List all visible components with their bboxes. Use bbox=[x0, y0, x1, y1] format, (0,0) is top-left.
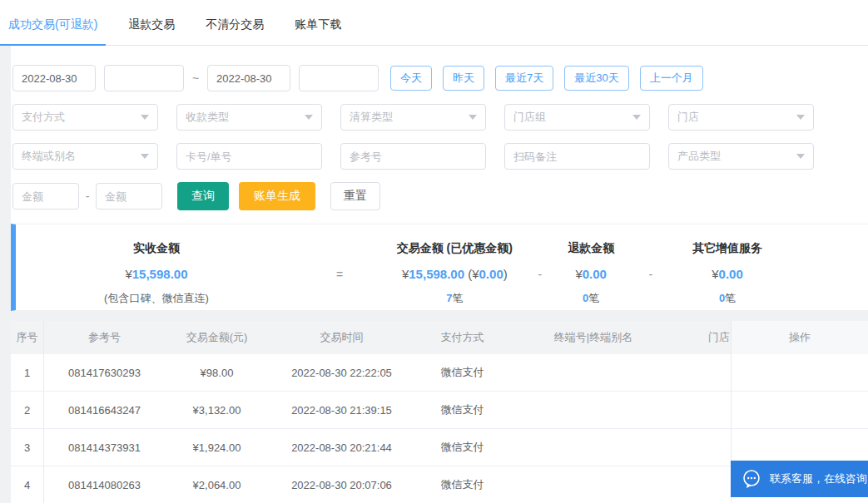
cell-time: 2022-08-30 20:21:44 bbox=[269, 429, 414, 466]
cell-amount: ¥1,924.00 bbox=[165, 429, 269, 466]
generate-bill-button[interactable]: 账单生成 bbox=[239, 182, 315, 210]
currency-symbol: ¥ bbox=[712, 267, 718, 281]
chevron-down-icon bbox=[796, 154, 805, 159]
settlement-type-select[interactable]: 清算类型 bbox=[340, 104, 486, 131]
summary-received-amount: 实收金额 ¥15,598.00 (包含口碑、微信直连) bbox=[16, 234, 297, 310]
tab-bill-download[interactable]: 账单下载 bbox=[286, 17, 350, 45]
cell-action bbox=[732, 392, 868, 429]
cell-terminal bbox=[510, 392, 677, 428]
cell-method: 微信支付 bbox=[414, 354, 510, 391]
store-select[interactable]: 门店 bbox=[668, 104, 814, 131]
chevron-down-icon bbox=[305, 115, 313, 120]
time-start-input[interactable] bbox=[104, 65, 184, 91]
summary-minus-operator: - bbox=[629, 234, 672, 310]
chevron-down-icon bbox=[632, 115, 641, 120]
chevron-down-icon bbox=[141, 115, 149, 120]
table-header-row: 序号 参考号 交易金额(元) 交易时间 支付方式 终端号|终端别名 门店 bbox=[11, 321, 761, 354]
header-time: 交易时间 bbox=[269, 321, 414, 354]
cell-amount: ¥2,064.00 bbox=[165, 466, 269, 503]
cell-index: 3 bbox=[11, 429, 44, 466]
store-group-select[interactable]: 门店组 bbox=[504, 104, 650, 131]
table-row: 3 081414373931 ¥1,924.00 2022-08-30 20:2… bbox=[11, 429, 761, 466]
cell-time: 2022-08-30 21:39:15 bbox=[269, 392, 414, 428]
filter-and-results: ~ 今天 昨天 最近7天 最近30天 上一个月 支付方式 收款类型 清算类型 门… bbox=[11, 46, 868, 503]
tab-label: 账单下载 bbox=[295, 17, 341, 31]
contact-support-button[interactable]: 联系客服，在线咨询 bbox=[731, 461, 868, 497]
cell-terminal bbox=[510, 354, 677, 391]
date-end-input[interactable] bbox=[207, 65, 290, 91]
amount-max-input[interactable] bbox=[96, 183, 162, 210]
date-start-input[interactable] bbox=[12, 65, 96, 91]
reset-button[interactable]: 重置 bbox=[330, 182, 380, 210]
product-type-select[interactable]: 产品类型 bbox=[668, 143, 814, 170]
table-row: 2 081416643247 ¥3,132.00 2022-08-30 21:3… bbox=[11, 392, 761, 429]
table-row: 4 081414080263 ¥2,064.00 2022-08-30 20:0… bbox=[11, 466, 761, 503]
tab-success-transactions[interactable]: 成功交易(可退款) bbox=[0, 17, 106, 45]
amount-filter-row: - 查询 账单生成 重置 bbox=[12, 182, 868, 210]
chevron-down-icon bbox=[469, 115, 477, 120]
amount-min-input[interactable] bbox=[12, 183, 79, 210]
quick-range-30days-button[interactable]: 最近30天 bbox=[564, 66, 628, 91]
reference-number-input[interactable] bbox=[340, 143, 486, 170]
header-method: 支付方式 bbox=[414, 321, 510, 354]
currency-symbol: ¥ bbox=[575, 267, 582, 281]
cell-index: 2 bbox=[11, 392, 44, 428]
select-filter-row: 支付方式 收款类型 清算类型 门店组 门店 bbox=[12, 104, 868, 131]
select-placeholder: 支付方式 bbox=[22, 110, 65, 125]
select-placeholder: 清算类型 bbox=[350, 110, 393, 125]
select-placeholder: 收款类型 bbox=[186, 110, 229, 125]
tab-refund-transactions[interactable]: 退款交易 bbox=[120, 17, 183, 45]
select-placeholder: 门店组 bbox=[513, 110, 546, 125]
select-placeholder: 终端或别名 bbox=[22, 149, 76, 164]
currency-symbol: ¥ bbox=[125, 267, 131, 281]
collection-type-select[interactable]: 收款类型 bbox=[176, 104, 322, 131]
quick-range-yesterday-button[interactable]: 昨天 bbox=[443, 66, 484, 91]
quick-range-last-month-button[interactable]: 上一个月 bbox=[640, 66, 703, 91]
tab-label: 成功交易(可退款) bbox=[8, 17, 97, 31]
summary-amount: 15,598.00 bbox=[409, 267, 464, 281]
quick-range-today-button[interactable]: 今天 bbox=[390, 66, 432, 91]
tab-label: 不清分交易 bbox=[206, 17, 264, 31]
quick-range-7days-button[interactable]: 最近7天 bbox=[495, 66, 553, 91]
cell-index: 1 bbox=[11, 354, 44, 391]
summary-transaction-amount: 交易金额 (已优惠金额) ¥15,598.00 (¥0.00) 7笔 bbox=[382, 234, 527, 310]
tab-unsettled-transactions[interactable]: 不清分交易 bbox=[197, 17, 272, 45]
summary-equals-operator: = bbox=[297, 234, 382, 310]
summary-count-unit: 笔 bbox=[452, 292, 463, 304]
chat-bubble-icon bbox=[741, 468, 762, 490]
amount-range-separator: - bbox=[79, 190, 96, 203]
summary-amount: 15,598.00 bbox=[132, 267, 188, 281]
text-filter-row: 终端或别名 产品类型 bbox=[12, 143, 868, 170]
cell-time: 2022-08-30 20:07:06 bbox=[269, 466, 414, 503]
cell-reference: 081417630293 bbox=[44, 354, 165, 391]
cell-method: 微信支付 bbox=[414, 392, 510, 428]
date-range-separator: ~ bbox=[184, 72, 207, 85]
cell-reference: 081414080263 bbox=[44, 466, 165, 503]
header-reference: 参考号 bbox=[44, 321, 165, 354]
card-number-input[interactable] bbox=[176, 143, 322, 170]
tab-bar: 成功交易(可退款) 退款交易 不清分交易 账单下载 bbox=[0, 0, 868, 46]
time-end-input[interactable] bbox=[299, 65, 379, 91]
select-placeholder: 产品类型 bbox=[677, 149, 721, 164]
payment-method-select[interactable]: 支付方式 bbox=[12, 104, 158, 131]
terminal-alias-select[interactable]: 终端或别名 bbox=[12, 143, 158, 170]
cell-amount: ¥98.00 bbox=[165, 354, 269, 391]
summary-refund-amount: 退款金额 ¥0.00 0笔 bbox=[553, 234, 629, 310]
query-button[interactable]: 查询 bbox=[177, 182, 229, 210]
scan-note-input[interactable] bbox=[504, 143, 650, 170]
header-action: 操作 bbox=[732, 321, 868, 354]
summary-other-services: 其它增值服务 ¥0.00 0笔 bbox=[672, 234, 782, 310]
cell-index: 4 bbox=[11, 466, 44, 503]
summary-amount: 0.00 bbox=[583, 267, 607, 281]
summary-panel: 实收金额 ¥15,598.00 (包含口碑、微信直连) = 交易金额 (已优惠金… bbox=[11, 224, 868, 311]
cell-terminal bbox=[510, 429, 677, 466]
cell-action bbox=[732, 354, 868, 392]
chevron-down-icon bbox=[141, 154, 149, 159]
cell-method: 微信支付 bbox=[414, 466, 510, 503]
date-filter-row: ~ 今天 昨天 最近7天 最近30天 上一个月 bbox=[12, 65, 868, 91]
tab-label: 退款交易 bbox=[128, 17, 175, 31]
cell-time: 2022-08-30 22:22:05 bbox=[269, 354, 414, 391]
discount-amount: 0.00 bbox=[479, 267, 503, 281]
header-amount: 交易金额(元) bbox=[165, 321, 269, 354]
summary-amount: 0.00 bbox=[719, 267, 743, 281]
